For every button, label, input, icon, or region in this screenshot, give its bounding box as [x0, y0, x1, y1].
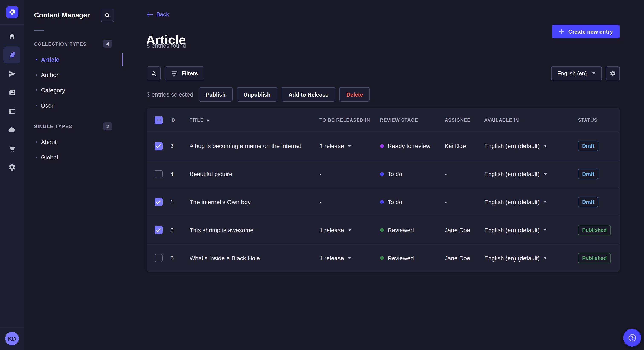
nav-releases-icon[interactable] — [4, 65, 20, 82]
sidebar-item-author[interactable]: Author — [24, 67, 123, 82]
question-mark-icon — [628, 333, 636, 342]
help-button[interactable] — [623, 329, 641, 347]
column-title[interactable]: TITLE — [190, 117, 320, 123]
add-to-release-button[interactable]: Add to Release — [282, 87, 335, 102]
bullet-icon — [36, 105, 38, 106]
cell-assignee: - — [445, 171, 484, 177]
row-checkbox[interactable] — [154, 198, 162, 206]
nav-cloud-icon[interactable] — [4, 121, 20, 138]
cell-assignee: - — [445, 199, 484, 205]
filters-button[interactable]: Filters — [165, 66, 204, 80]
cell-assignee: Jane Doe — [445, 227, 484, 233]
user-avatar[interactable]: KD — [5, 332, 19, 345]
status-badge: Draft — [578, 169, 598, 179]
cell-release[interactable]: 1 release — [320, 255, 380, 261]
status-badge: Draft — [578, 197, 598, 207]
sidebar-item-user[interactable]: User — [24, 98, 123, 113]
table-row[interactable]: 2 This shrimp is awesome 1 release Revie… — [146, 216, 620, 244]
cell-release[interactable]: 1 release — [320, 227, 380, 233]
chevron-down-icon — [544, 173, 547, 175]
table-header: ID TITLE TO BE RELEASED IN REVIEW STAGE … — [146, 108, 620, 132]
column-available-in[interactable]: AVAILABLE IN — [484, 117, 578, 123]
status-badge: Published — [578, 225, 611, 235]
status-badge: Published — [578, 253, 611, 263]
column-status[interactable]: STATUS — [578, 117, 620, 123]
row-checkbox[interactable] — [154, 170, 162, 178]
table-row[interactable]: 5 What's inside a Black Hole 1 release R… — [146, 244, 620, 272]
stage-dot — [380, 228, 384, 232]
single-types-count: 2 — [103, 123, 112, 130]
table-row[interactable]: 1 The internet's Own boy - To do - Engli… — [146, 188, 620, 216]
cell-available-in[interactable]: English (en) (default) — [484, 143, 578, 150]
chevron-down-icon — [592, 72, 596, 74]
cell-id: 4 — [170, 171, 190, 177]
main-content: Back Article 5 entries found Create new … — [123, 0, 644, 350]
nav-home-icon[interactable] — [4, 28, 20, 45]
sidebar-search-button[interactable] — [100, 8, 114, 22]
row-checkbox[interactable] — [154, 142, 162, 150]
entries-count: 5 entries found — [146, 42, 186, 49]
list-settings-button[interactable] — [606, 66, 620, 80]
cell-available-in[interactable]: English (en) (default) — [484, 199, 578, 205]
locale-select[interactable]: English (en) — [551, 66, 602, 80]
chevron-down-icon — [544, 145, 547, 147]
stage-dot — [380, 200, 384, 204]
row-checkbox[interactable] — [154, 226, 162, 234]
sidebar-item-global[interactable]: Global — [24, 150, 123, 165]
cell-assignee: Kai Doe — [445, 143, 484, 150]
entries-table: ID TITLE TO BE RELEASED IN REVIEW STAGE … — [146, 108, 620, 272]
cell-release[interactable]: - — [320, 199, 380, 205]
table-row[interactable]: 4 Beautiful picture - To do - English (e… — [146, 160, 620, 188]
toolbar: Filters English (en) — [146, 67, 620, 80]
nav-marketplace-icon[interactable] — [4, 140, 20, 157]
create-new-entry-button[interactable]: Create new entry — [552, 25, 620, 38]
cell-title: A bug is becoming a meme on the internet — [190, 143, 320, 150]
nav-rail: KD — [0, 0, 24, 350]
sidebar-item-about[interactable]: About — [24, 134, 123, 150]
search-button[interactable] — [146, 66, 160, 80]
nav-content-manager-icon[interactable] — [4, 46, 20, 63]
row-checkbox[interactable] — [154, 254, 162, 262]
collection-types-label: COLLECTION TYPES — [34, 41, 87, 46]
column-assignee[interactable]: ASSIGNEE — [445, 117, 484, 123]
chevron-down-icon — [348, 229, 351, 231]
nav-media-library-icon[interactable] — [4, 84, 20, 101]
select-all-checkbox[interactable] — [154, 116, 162, 124]
chevron-down-icon — [348, 257, 351, 259]
cell-release[interactable]: 1 release — [320, 143, 380, 150]
cell-available-in[interactable]: English (en) (default) — [484, 255, 578, 261]
sidebar-divider — [34, 30, 44, 31]
bullet-icon — [36, 74, 38, 76]
bullet-icon — [36, 59, 38, 60]
sidebar-item-article[interactable]: Article — [24, 52, 123, 67]
back-link[interactable]: Back — [146, 11, 169, 17]
cell-review-stage: Reviewed — [380, 255, 445, 261]
cell-review-stage: To do — [380, 171, 445, 177]
plus-icon — [559, 29, 564, 34]
unpublish-button[interactable]: Unpublish — [236, 87, 277, 102]
cell-title: This shrimp is awesome — [190, 227, 320, 233]
strapi-logo[interactable] — [6, 6, 18, 18]
column-to-be-released-in[interactable]: TO BE RELEASED IN — [320, 117, 380, 123]
nav-settings-icon[interactable] — [4, 159, 20, 176]
publish-button[interactable]: Publish — [199, 87, 232, 102]
cell-release[interactable]: - — [320, 171, 380, 177]
chevron-down-icon — [348, 145, 351, 147]
chevron-down-icon — [544, 201, 547, 203]
cell-assignee: Jane Doe — [445, 255, 484, 261]
chevron-down-icon — [544, 229, 547, 231]
table-row[interactable]: 3 A bug is becoming a meme on the intern… — [146, 132, 620, 160]
cell-available-in[interactable]: English (en) (default) — [484, 227, 578, 233]
sidebar-item-category[interactable]: Category — [24, 82, 123, 98]
nav-content-type-builder-icon[interactable] — [4, 103, 20, 120]
delete-button[interactable]: Delete — [340, 87, 370, 102]
filter-icon — [171, 71, 178, 76]
cell-id: 1 — [170, 199, 190, 205]
cell-title: What's inside a Black Hole — [190, 255, 320, 261]
cell-available-in[interactable]: English (en) (default) — [484, 171, 578, 177]
column-id[interactable]: ID — [170, 117, 190, 123]
cell-review-stage: Ready to review — [380, 143, 445, 150]
column-review-stage[interactable]: REVIEW STAGE — [380, 117, 445, 123]
status-badge: Draft — [578, 141, 598, 151]
app: KD Content Manager COLLECTION TYPES 4 Ar… — [0, 0, 644, 350]
